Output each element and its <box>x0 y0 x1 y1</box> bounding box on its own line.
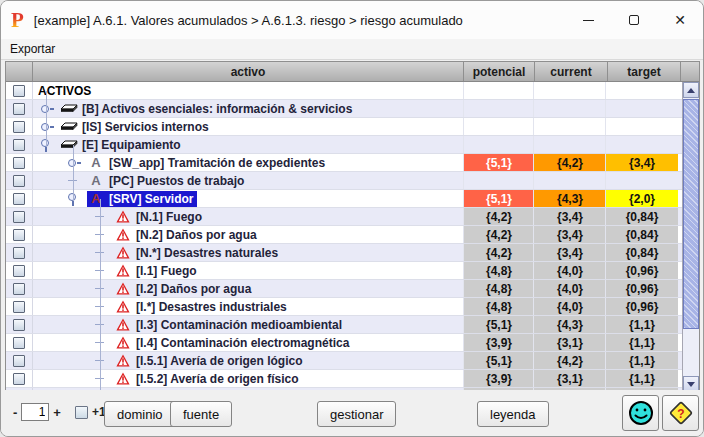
minimize-button[interactable] <box>565 1 611 39</box>
table-row[interactable]: [I.3] Contaminación medioambiental {5,1}… <box>6 316 682 334</box>
tree-cell: [N.1] Fuego <box>33 208 464 225</box>
table-row[interactable]: [I.1] Fuego {4,8} {4,0} {0,96} <box>6 262 682 280</box>
status-smiley-button[interactable] <box>622 395 659 431</box>
row-checkbox[interactable] <box>13 247 25 259</box>
tree-expand-handle[interactable] <box>68 193 80 205</box>
row-checkbox[interactable] <box>13 211 25 223</box>
checkbox-cell <box>6 298 33 315</box>
asset-label[interactable]: [I.1] Fuego <box>135 264 201 278</box>
table-row[interactable]: [I.4] Contaminación electromagnética {3,… <box>6 334 682 352</box>
potencial-cell: {4,2} <box>463 226 534 243</box>
leyenda-button[interactable]: leyenda <box>477 401 549 427</box>
asset-label[interactable]: [I.*] Desastres industriales <box>135 300 291 314</box>
tree-expand-handle[interactable] <box>41 103 53 115</box>
sel-group: [I.3] Contaminación medioambiental <box>114 317 346 333</box>
tree-expand-handle[interactable] <box>41 121 53 133</box>
table-row[interactable]: ACTIVOS <box>6 82 682 100</box>
maximize-icon <box>629 15 639 25</box>
table-row[interactable]: [I.5.2] Avería de origen físico {3,9} {3… <box>6 370 682 388</box>
tree-cell: [I.2] Daños por agua <box>33 280 464 297</box>
dominio-button[interactable]: dominio <box>104 401 176 427</box>
checkbox-cell <box>6 118 33 135</box>
asset-label[interactable]: [I.4] Contaminación electromagnética <box>135 336 353 350</box>
tree-cell: [B] Activos esenciales: información & se… <box>33 100 464 117</box>
table-row[interactable]: [N.1] Fuego {4,2} {3,4} {0,84} <box>6 208 682 226</box>
checkbox-cell <box>6 100 33 117</box>
svg-text:?: ? <box>677 407 684 421</box>
gestionar-button[interactable]: gestionar <box>317 401 396 427</box>
current-cell: {4,0} <box>533 280 606 297</box>
row-checkbox[interactable] <box>13 229 25 241</box>
row-checkbox[interactable] <box>13 85 25 97</box>
current-cell <box>533 172 606 189</box>
table-row[interactable]: [N.*] Desastres naturales {4,2} {3,4} {0… <box>6 244 682 262</box>
close-button[interactable]: ✕ <box>657 1 703 39</box>
asset-label[interactable]: [IS] Servicios internos <box>81 120 213 134</box>
row-checkbox[interactable] <box>13 103 25 115</box>
asset-label[interactable]: [SW_app] Tramitación de expedientes <box>108 156 329 170</box>
help-button[interactable]: ? <box>662 395 699 431</box>
row-checkbox[interactable] <box>13 337 25 349</box>
scrollbar-thumb[interactable] <box>683 99 699 329</box>
row-checkbox[interactable] <box>13 373 25 385</box>
header-target: target <box>608 62 681 81</box>
table-row[interactable]: A [SRV] Servidor {5,1} {4,3} {2,0} <box>6 190 682 208</box>
tree-expand-handle[interactable] <box>68 157 80 169</box>
page-number-input[interactable] <box>21 403 49 421</box>
row-checkbox[interactable] <box>13 355 25 367</box>
asset-label[interactable]: [I.2] Daños por agua <box>135 282 255 296</box>
row-checkbox[interactable] <box>13 139 25 151</box>
table-row[interactable]: [IS] Servicios internos <box>6 118 682 136</box>
row-checkbox[interactable] <box>13 193 25 205</box>
table-row[interactable]: [B] Activos esenciales: información & se… <box>6 100 682 118</box>
spinner-minus-button[interactable]: - <box>9 405 21 420</box>
maximize-button[interactable] <box>611 1 657 39</box>
tree-cell: [E] Equipamiento <box>33 136 464 153</box>
row-checkbox[interactable] <box>13 157 25 169</box>
fuente-button[interactable]: fuente <box>170 401 232 427</box>
plus-one-checkbox[interactable] <box>75 406 88 419</box>
asset-label[interactable]: [I.3] Contaminación medioambiental <box>135 318 346 332</box>
table-row[interactable]: [N.2] Daños por agua {4,2} {3,4} {0,84} <box>6 226 682 244</box>
row-checkbox[interactable] <box>13 265 25 277</box>
tree-expand-handle[interactable] <box>41 139 53 151</box>
table-row[interactable]: [I.5.1] Avería de origen lógico {5,1} {4… <box>6 352 682 370</box>
window-title: [example] A.6.1. Valores acumulados > A.… <box>34 13 463 28</box>
tree-cell: [IS] Servicios internos <box>33 118 464 135</box>
asset-label[interactable]: [N.2] Daños por agua <box>135 228 261 242</box>
asset-label[interactable]: [B] Activos esenciales: información & se… <box>81 102 356 116</box>
asset-label[interactable]: [PC] Puestos de trabajo <box>108 174 248 188</box>
potencial-cell: {5,1} <box>463 352 534 369</box>
current-cell: {4,0} <box>533 298 606 315</box>
threat-warning-icon <box>114 300 132 313</box>
target-cell <box>605 136 678 153</box>
table-row[interactable]: [I.2] Daños por agua {4,8} {4,0} {0,96} <box>6 280 682 298</box>
asset-label[interactable]: [I.5.1] Avería de origen lógico <box>135 354 306 368</box>
menu-item-exportar[interactable]: Exportar <box>1 42 64 56</box>
table-row[interactable]: A [PC] Puestos de trabajo <box>6 172 682 190</box>
table-row[interactable]: A [SW_app] Tramitación de expedientes {5… <box>6 154 682 172</box>
scroll-up-button[interactable] <box>683 82 699 98</box>
header-checkbox-column <box>6 62 33 81</box>
spinner-plus-button[interactable]: + <box>49 405 65 420</box>
vertical-scrollbar[interactable] <box>682 82 699 392</box>
header-activo: activo <box>33 62 464 81</box>
row-checkbox[interactable] <box>13 283 25 295</box>
asset-label[interactable]: [N.1] Fuego <box>135 210 206 224</box>
threat-warning-icon <box>114 282 132 295</box>
threat-warning-icon <box>114 228 132 241</box>
asset-label[interactable]: [E] Equipamiento <box>81 138 185 152</box>
asset-label[interactable]: [SRV] Servidor <box>108 192 197 206</box>
row-checkbox[interactable] <box>13 175 25 187</box>
potencial-cell: {4,8} <box>463 298 534 315</box>
row-checkbox[interactable] <box>13 121 25 133</box>
asset-label[interactable]: ACTIVOS <box>37 84 95 98</box>
table-row[interactable]: [E] Equipamiento <box>6 136 682 154</box>
checkbox-cell <box>6 190 33 207</box>
asset-label[interactable]: [I.5.2] Avería de origen físico <box>135 372 303 386</box>
row-checkbox[interactable] <box>13 319 25 331</box>
table-row[interactable]: [I.*] Desastres industriales {4,8} {4,0}… <box>6 298 682 316</box>
asset-label[interactable]: [N.*] Desastres naturales <box>135 246 282 260</box>
row-checkbox[interactable] <box>13 301 25 313</box>
tree-cell: [N.2] Daños por agua <box>33 226 464 243</box>
